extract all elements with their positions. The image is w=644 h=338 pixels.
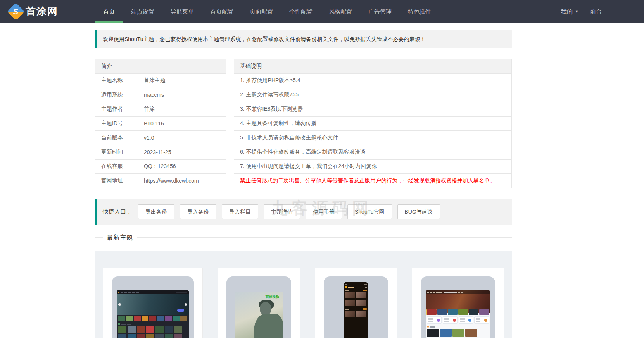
row-label: 当前版本 [95,131,138,145]
table-row: 官网地址https://www.dkewl.com [95,174,226,188]
import-columns-button[interactable]: 导入栏目 [222,204,258,219]
shoutu-site-button[interactable]: ShouTu官网 [347,204,392,219]
theme-preview-2: 首涂模板 [226,276,291,338]
note-item: 3. 不兼容IE8及以下浏览器 [234,102,512,117]
player-overlay-label: 首涂模板 [266,294,280,299]
table-row: 禁止任何形式的二次出售、分享他人等侵害作者及正版用户的行为，一经发现取消授权资格… [234,174,512,188]
note-item: 2. 主题文件读写权限755 [234,88,512,102]
table-row: 主题ID号B10-116 [95,117,226,131]
note-item: 6. 不提供个性化修改服务，高端定制请联系客服洽谈 [234,145,512,160]
table-row: 3. 不兼容IE8及以下浏览器 [234,102,512,117]
nav-item-front-site[interactable]: 前台 [590,0,602,23]
nav-item-my-dropdown[interactable]: 我的▼ [561,0,578,23]
theme-cards: 首涂模板 [103,268,504,338]
latest-themes-title: 最新主题 [103,233,137,242]
row-value: 2023-11-25 [138,145,226,160]
latest-themes-divider: 最新主题 [95,233,512,242]
preview-screenshot-mobile-site: ≡ [344,282,368,338]
row-label: 在线客服 [95,160,138,174]
row-value: maccms [138,88,226,102]
nav-item-home[interactable]: 首页 [95,0,123,23]
license-warning-text: 禁止任何形式的二次出售、分享他人等侵害作者及正版用户的行为，一经发现取消授权资格… [234,174,512,188]
row-value: 首涂主题 [138,74,226,88]
nav-item-site-settings[interactable]: 站点设置 [123,0,162,23]
table-row: 4. 主题具备可复制性，请勿传播 [234,117,512,131]
nav-item-page-config[interactable]: 页面配置 [242,0,281,23]
table-row: 5. 非技术人员请勿私自修改主题核心文件 [234,131,512,145]
export-backup-button[interactable]: 导出备份 [138,204,174,219]
note-item: 1. 推荐使用PHP版本≥5.4 [234,74,512,88]
table-row: 更新时间2023-11-25 [95,145,226,160]
quick-entry-label: 快捷入口： [103,208,132,216]
row-value: QQ：123456 [138,160,226,174]
notes-table: 基础说明 1. 推荐使用PHP版本≥5.4 2. 主题文件读写权限755 3. … [234,59,512,188]
theme-card-1[interactable] [103,268,203,338]
import-backup-button[interactable]: 导入备份 [180,204,216,219]
row-label: 官网地址 [95,174,138,188]
intro-table-header: 简介 [95,59,226,74]
theme-preview-3: ≡ [324,276,388,338]
brand-logo[interactable]: S 首涂网 [10,0,58,23]
nav-item-ad-manage[interactable]: 广告管理 [360,0,400,23]
row-value: B10-116 [138,117,226,131]
preview-screenshot-dark-movie-site [117,290,189,338]
row-label: 更新时间 [95,145,138,160]
top-navbar: S 首涂网 首页 站点设置 导航菜单 首页配置 页面配置 个性配置 风格配置 广… [0,0,644,23]
quick-entry-bar: 快捷入口： 导出备份 导入备份 导入栏目 主题详情 使用手册 ShouTu官网 … [95,199,512,225]
nav-item-nav-menu[interactable]: 导航菜单 [162,0,202,23]
theme-card-4[interactable] [412,268,504,338]
table-row: 6. 不提供个性化修改服务，高端定制请联系客服洽谈 [234,145,512,160]
row-label: 主题作者 [95,102,138,117]
my-label: 我的 [561,8,573,15]
brand-diamond-icon: S [7,3,24,20]
notes-table-header: 基础说明 [234,59,512,74]
preview-screenshot-game-site [426,290,490,338]
theme-preview-1 [112,276,194,338]
row-value: 首涂 [138,102,226,117]
table-row: 适用系统maccms [95,88,226,102]
latest-themes-panel: 首涂模板 [95,251,512,338]
note-item: 7. 使用中出现问题请提交工单，我们会在24小时内回复你 [234,160,512,174]
nav-item-style-config[interactable]: 风格配置 [321,0,360,23]
main-menu: 首页 站点设置 导航菜单 首页配置 页面配置 个性配置 风格配置 广告管理 特色… [95,0,439,23]
table-row: 在线客服QQ：123456 [95,160,226,174]
info-tables: 简介 主题名称首涂主题 适用系统maccms 主题作者首涂 主题ID号B10-1… [95,59,512,188]
table-row: 主题名称首涂主题 [95,74,226,88]
table-row: 当前版本v1.0 [95,131,226,145]
theme-card-3[interactable]: ≡ [315,268,397,338]
note-item: 5. 非技术人员请勿私自修改主题核心文件 [234,131,512,145]
navbar-right: 我的▼ 前台 [561,0,602,23]
table-row: 2. 主题文件读写权限755 [234,88,512,102]
nav-item-featured-plugins[interactable]: 特色插件 [400,0,439,23]
row-label: 主题ID号 [95,117,138,131]
caret-down-icon: ▼ [575,10,578,14]
table-header-row: 基础说明 [234,59,512,74]
table-header-row: 简介 [95,59,226,74]
theme-detail-button[interactable]: 主题详情 [264,204,300,219]
website-url: https://www.dkewl.com [138,174,226,188]
row-label: 适用系统 [95,88,138,102]
row-value: v1.0 [138,131,226,145]
bug-suggestion-button[interactable]: BUG与建议 [397,204,440,219]
nav-item-home-config[interactable]: 首页配置 [202,0,242,23]
row-label: 主题名称 [95,74,138,88]
user-manual-button[interactable]: 使用手册 [306,204,342,219]
theme-card-2[interactable]: 首涂模板 [218,268,300,338]
note-item: 4. 主题具备可复制性，请勿传播 [234,117,512,131]
theme-preview-4 [421,276,495,338]
intro-table: 简介 主题名称首涂主题 适用系统maccms 主题作者首涂 主题ID号B10-1… [95,59,226,188]
table-row: 1. 推荐使用PHP版本≥5.4 [234,74,512,88]
preview-screenshot-video-player: 首涂模板 [235,292,283,338]
page-content: 欢迎使用ShouTu主题，您已获得授权使用本主题管理系统，在您配置或修改文件前请… [95,30,512,338]
welcome-notice: 欢迎使用ShouTu主题，您已获得授权使用本主题管理系统，在您配置或修改文件前请… [95,30,512,48]
table-row: 主题作者首涂 [95,102,226,117]
table-row: 7. 使用中出现问题请提交工单，我们会在24小时内回复你 [234,160,512,174]
brand-title: 首涂网 [26,5,58,18]
nav-item-personal-config[interactable]: 个性配置 [281,0,321,23]
